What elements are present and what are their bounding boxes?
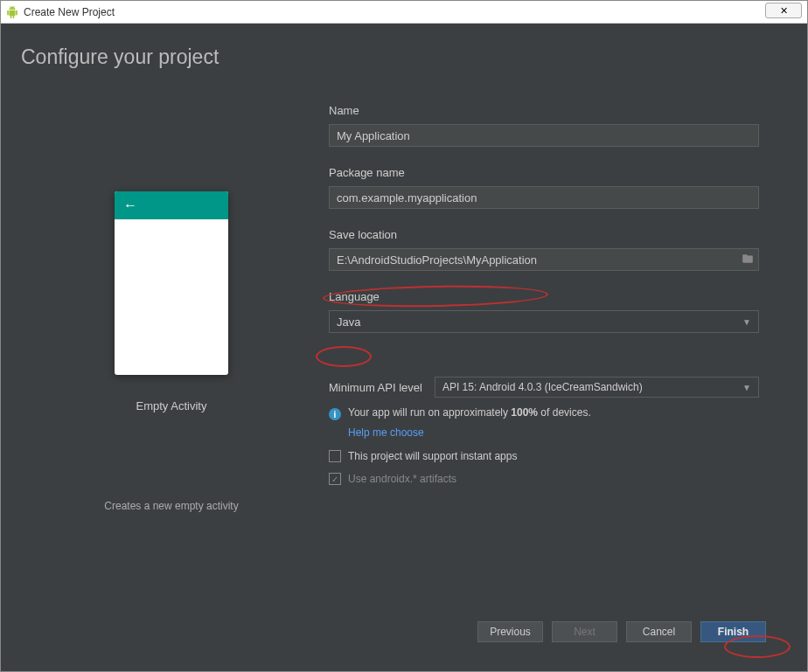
phone-preview: ← [115, 191, 228, 375]
instant-apps-checkbox[interactable] [329, 450, 341, 462]
info-icon: i [329, 408, 341, 420]
close-icon: ✕ [780, 5, 788, 17]
name-label: Name [329, 104, 759, 117]
save-location-input[interactable] [329, 248, 759, 271]
window-close-button[interactable]: ✕ [765, 3, 802, 18]
main-panel: Configure your project ← Empty Activity … [1, 24, 807, 671]
titlebar: Create New Project ✕ [1, 1, 807, 24]
activity-description: Creates a new empty activity [104, 500, 238, 512]
min-api-select[interactable]: API 15: Android 4.0.3 (IceCreamSandwich)… [435, 377, 759, 398]
min-api-label: Minimum API level [329, 381, 422, 394]
package-input[interactable] [329, 186, 759, 209]
next-button: Next [552, 621, 617, 642]
finish-button[interactable]: Finish [700, 621, 766, 642]
package-label: Package name [329, 166, 759, 179]
phone-appbar: ← [115, 191, 228, 219]
activity-name-label: Empty Activity [136, 399, 207, 412]
back-arrow-icon: ← [123, 197, 137, 213]
preview-column: ← Empty Activity Creates a new empty act… [14, 104, 329, 611]
device-coverage-text: Your app will run on approximately 100% … [348, 406, 591, 419]
window-title: Create New Project [24, 6, 115, 18]
button-bar: Previous Next Cancel Finish [14, 611, 794, 658]
androidx-checkbox: ✓ [329, 473, 341, 485]
browse-folder-icon[interactable] [742, 253, 754, 267]
instant-apps-label: This project will support instant apps [348, 450, 517, 462]
name-input[interactable] [329, 124, 759, 147]
cancel-button[interactable]: Cancel [626, 621, 692, 642]
language-select[interactable]: Java ▼ [329, 310, 759, 333]
chevron-down-icon: ▼ [742, 317, 751, 327]
chevron-down-icon: ▼ [742, 383, 751, 392]
previous-button[interactable]: Previous [477, 621, 543, 642]
help-me-choose-link[interactable]: Help me choose [348, 426, 424, 439]
android-icon [6, 6, 18, 18]
fields-column: Name Package name Save location [329, 104, 794, 611]
androidx-label: Use androidx.* artifacts [348, 473, 456, 485]
language-value: Java [337, 315, 360, 329]
save-location-label: Save location [329, 228, 759, 241]
language-label: Language [329, 290, 759, 303]
min-api-value: API 15: Android 4.0.3 (IceCreamSandwich) [442, 381, 643, 393]
page-title: Configure your project [21, 45, 794, 69]
